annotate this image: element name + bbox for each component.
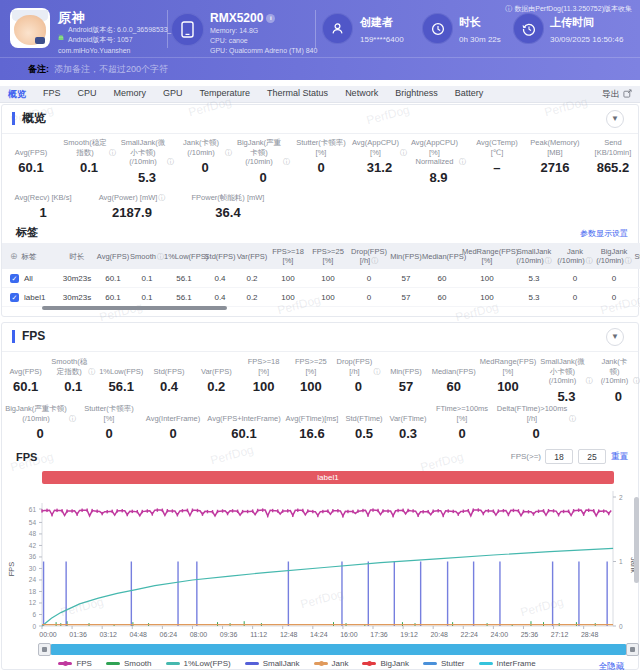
fps-marker — [117, 509, 118, 512]
stat-2: FPower(帧能耗) [mW]36.4 — [180, 183, 276, 220]
legend-item-smalljank[interactable]: SmallJank — [245, 659, 300, 668]
fps-marker — [503, 509, 504, 512]
stat-5: Std(FTime)0.5 — [342, 404, 386, 441]
reset-button[interactable]: 重置 — [611, 451, 628, 463]
row-checkbox[interactable]: ✓ — [10, 293, 19, 302]
stat-label: Send [KB/10min] — [586, 138, 640, 157]
tab-thermal-status[interactable]: Thermal Status — [267, 88, 328, 101]
tab-battery[interactable]: Battery — [455, 88, 484, 101]
legend-item-interframe[interactable]: InterFrame — [479, 659, 536, 668]
metric-tabbar: 概览FPSCPUMemoryGPUTemperatureThermal Stat… — [0, 86, 640, 103]
fps-marker — [96, 509, 97, 512]
duration-value: 0h 30m 22s — [459, 35, 501, 44]
chart-hscrollbar-left-handle[interactable] — [38, 643, 51, 656]
info-icon: ⓘ — [400, 148, 407, 158]
hide-all-link[interactable]: 全隐藏 — [599, 661, 625, 670]
row-cell: 100 — [308, 293, 348, 302]
row-checkbox[interactable]: ✓ — [10, 274, 19, 283]
fps-marker — [56, 509, 57, 512]
legend-item-bigjank[interactable]: BigJank — [362, 659, 408, 668]
chart-hscrollbar-track[interactable] — [51, 644, 626, 655]
plus-icon[interactable]: ⊕ — [10, 252, 18, 261]
stat-label: Median(FPS) — [432, 357, 476, 376]
stat-value: 5.3 — [540, 389, 593, 404]
col-header-11: Median(FPS) — [422, 252, 462, 261]
legend-item-smooth[interactable]: Smooth — [106, 659, 152, 668]
col-header-16: Stutter [% — [634, 252, 640, 261]
table-hscrollbar[interactable] — [42, 306, 227, 310]
row-cell: 56.1 — [164, 293, 204, 302]
tab-fps[interactable]: FPS — [43, 88, 61, 101]
fps-marker — [41, 509, 42, 512]
x-tick-label: 11:12 — [250, 631, 267, 638]
stat-4: Avg(FTime)[ms]16.6 — [282, 404, 342, 441]
fps-stats-row1: Avg(FPS)60.1Smooth(稳定指数)ⓘ0.11%Low(FPS)56… — [2, 357, 640, 404]
fps-marker — [493, 509, 494, 512]
stat-value: 0 — [432, 426, 492, 441]
row-cell: 0.2 — [236, 274, 268, 283]
row-cell: 0 — [556, 293, 594, 302]
tab-temperature[interactable]: Temperature — [200, 88, 251, 101]
fps-marker — [362, 509, 363, 512]
stat-label: MedRange(FPS)[%] — [480, 357, 536, 376]
stat-1: Avg(Power) [mW]ⓘ2187.9 — [84, 183, 180, 220]
page-vscrollbar[interactable] — [634, 497, 639, 583]
legend-item-stutter[interactable]: Stutter — [423, 659, 465, 668]
row-cell: 100 — [268, 274, 308, 283]
info-icon: ⓘ — [88, 367, 95, 377]
tab-brightness[interactable]: Brightness — [395, 88, 438, 101]
creator-value: 159****6400 — [360, 35, 404, 44]
fps-chart[interactable]: 0612182430364248546101200:0001:3603:1204… — [2, 485, 640, 643]
fps-threshold-input-2[interactable] — [578, 449, 606, 464]
collapse-fps-button[interactable]: ▼ — [606, 328, 624, 346]
fps-marker — [392, 514, 393, 517]
legend-marker — [362, 662, 376, 665]
fps-marker — [262, 508, 263, 511]
info-icon: ⓘ — [109, 148, 116, 158]
stat-11: SmallJank(微小卡顿) (/10min)ⓘ5.3 — [538, 357, 595, 404]
labels-table-title: 标签 — [16, 225, 38, 240]
row-label-cell: ✓label1 — [2, 293, 58, 302]
chart-hscrollbar-right-handle[interactable] — [626, 643, 639, 656]
fps-threshold-input-1[interactable] — [545, 449, 573, 464]
tab-概览[interactable]: 概览 — [8, 88, 26, 101]
stat-value: 1 — [4, 205, 82, 220]
row-cell: 0 — [634, 274, 640, 283]
fps-marker — [272, 509, 273, 512]
info-icon: ⓘ — [625, 257, 632, 264]
creator-label: 创建者 — [360, 15, 393, 30]
stat-2: SmallJank(微小卡顿) (/10min)ⓘ5.3 — [118, 138, 176, 185]
col-header-6: Var(FPS) — [236, 252, 268, 261]
stat-value: 2187.9 — [86, 205, 178, 220]
stat-7: FTime>=100ms [%]0 — [430, 404, 494, 441]
remark-bar[interactable]: 备注: 添加备注，不超过200个字符 — [0, 57, 640, 80]
legend-item-jank[interactable]: Jank — [314, 659, 349, 668]
param-display-settings-link[interactable]: 参数显示设置 — [580, 228, 628, 239]
android-version-code: Android版本号: 1057 — [68, 35, 133, 45]
row-cell: 60 — [422, 293, 462, 302]
tab-gpu[interactable]: GPU — [163, 88, 183, 101]
legend-item-fps[interactable]: FPS — [58, 659, 92, 668]
tab-memory[interactable]: Memory — [114, 88, 147, 101]
fps-marker — [432, 509, 433, 512]
row-cell: 5.3 — [512, 274, 556, 283]
export-button[interactable]: 导出 — [602, 88, 632, 101]
fps-marker — [232, 509, 233, 512]
y-left-tick-label: 24 — [29, 576, 37, 583]
fps-marker — [538, 510, 539, 513]
stat-label: Var(FPS) — [195, 357, 238, 376]
tab-network[interactable]: Network — [345, 88, 378, 101]
stat-0: Avg(FPS)60.1 — [2, 357, 49, 404]
stat-label: Smooth(稳定指数)ⓘ — [51, 357, 95, 376]
fps-marker — [553, 509, 554, 512]
fps-marker — [222, 509, 223, 512]
chart-hscrollbar[interactable] — [38, 643, 639, 656]
legend-item-1-low-fps-[interactable]: 1%Low(FPS) — [166, 659, 231, 668]
tab-cpu[interactable]: CPU — [78, 88, 97, 101]
stat-5: Stutter(卡顿率) [%]0 — [292, 138, 350, 185]
stat-label: Std(FTime) — [344, 404, 384, 423]
fps-marker — [76, 512, 77, 515]
stat-label: FPS>=18 [%] — [242, 357, 285, 376]
fps-marker — [207, 510, 208, 513]
collapse-overview-button[interactable]: ▼ — [606, 110, 624, 128]
